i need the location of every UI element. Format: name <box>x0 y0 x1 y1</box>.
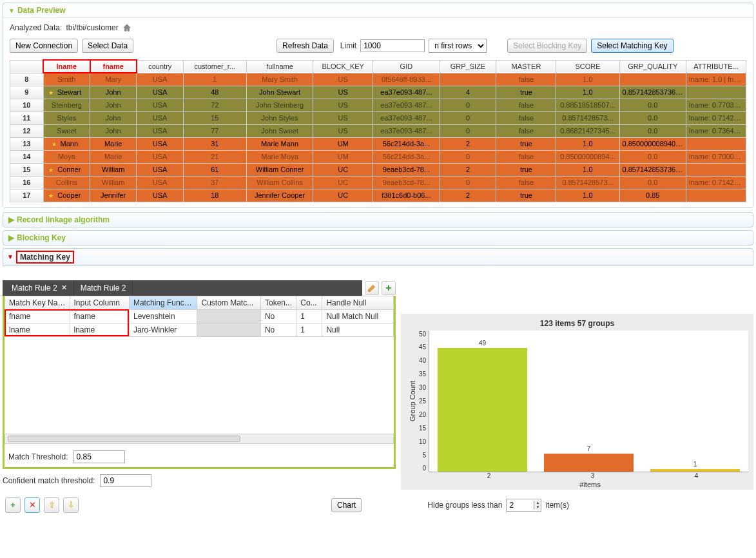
confident-threshold-input[interactable] <box>100 474 151 487</box>
confident-threshold-label: Confident match threshold: <box>3 476 95 485</box>
select-matching-key-button[interactable]: Select Matching Key <box>591 39 673 53</box>
record-linkage-header[interactable]: ▶ Record linkage algorithm <box>3 212 753 227</box>
row-number: 8 <box>10 73 44 86</box>
cell: USA <box>137 163 183 176</box>
mk-column-header[interactable]: Custom Matc... <box>197 296 260 309</box>
mk-cell: Null Match Null <box>322 309 394 323</box>
column-header-grp_size[interactable]: GRP_SIZE <box>440 60 496 73</box>
select-data-button[interactable]: Select Data <box>82 39 133 53</box>
table-row[interactable]: 12SweetJohnUSA77John SweetUSea37e093-487… <box>10 124 746 137</box>
mk-column-header[interactable]: Co... <box>296 296 322 309</box>
match-threshold-input[interactable] <box>73 450 125 463</box>
column-header-customer_r[interactable]: customer_r... <box>183 60 246 73</box>
move-down-button[interactable]: ⇩ <box>63 497 79 513</box>
column-header-block_key[interactable]: BLOCK_KEY <box>313 60 373 73</box>
horizontal-scrollbar[interactable] <box>5 434 394 444</box>
cell: false <box>496 73 556 86</box>
tab-match-rule-2-b[interactable]: Match Rule 2 <box>74 281 133 295</box>
move-up-button[interactable]: ⇧ <box>44 497 59 513</box>
analyzed-path: tbi/tbi/customer <box>66 23 118 32</box>
tab-match-rule-2-a[interactable]: Match Rule 2 ✕ <box>5 281 74 295</box>
x-tick: 3 <box>541 472 645 479</box>
cell: 9eaeb3cd-78... <box>373 176 440 189</box>
column-header-grp_quality[interactable]: GRP_QUALITY <box>619 60 686 73</box>
column-header-lname[interactable]: lname <box>43 60 90 73</box>
edit-rule-button[interactable] <box>365 281 379 295</box>
cell: 1 <box>183 73 246 86</box>
new-connection-button[interactable]: New Connection <box>10 39 78 53</box>
hide-groups-input[interactable] <box>507 499 534 511</box>
cell: 56c214dd-3a... <box>373 150 440 163</box>
cell: 1.0 <box>556 189 619 202</box>
cell: 0 <box>440 99 496 111</box>
table-row[interactable]: 10SteinbergJohnUSA72John SteinbergUSea37… <box>10 99 746 111</box>
cell <box>440 73 496 86</box>
chart-plot: 4971 <box>429 331 748 472</box>
close-icon[interactable]: ✕ <box>61 284 67 292</box>
match-key-table[interactable]: Match Key NameInput ColumnMatching Funct… <box>5 296 394 337</box>
column-header-score[interactable]: SCORE <box>556 60 619 73</box>
table-row[interactable]: 9★StewartJohnUSA48John StewartUSea37e093… <box>10 86 746 99</box>
mk-column-header[interactable]: Token... <box>260 296 296 309</box>
column-header-fname[interactable]: fname <box>90 60 137 73</box>
cell: John <box>90 99 137 111</box>
cell: US <box>313 86 373 99</box>
mk-cell <box>197 323 260 336</box>
data-preview-title: Data Preview <box>17 6 66 15</box>
table-row[interactable]: 14MoyaMarieUSA21Marie MoyaUM56c214dd-3a.… <box>10 150 746 163</box>
add-button[interactable]: + <box>5 497 21 513</box>
tab-label: Match Rule 2 <box>12 284 57 293</box>
data-grid[interactable]: lnamefnamecountrycustomer_r...fullnameBL… <box>10 59 746 202</box>
cell: ea37e093-487... <box>373 99 440 111</box>
data-preview-header[interactable]: ▼ Data Preview <box>3 3 753 17</box>
table-row[interactable]: 17★CooperJenniferUSA18Jennifer CooperUCf… <box>10 189 746 202</box>
mk-row[interactable]: fnamefnameLevenshteinNo1Null Match Null <box>5 309 394 323</box>
mk-row[interactable]: lnamelnameJaro-WinklerNo1Null <box>5 323 394 336</box>
table-row[interactable]: 11StylesJohnUSA15John StylesUSea37e093-4… <box>10 111 746 124</box>
add-rule-button[interactable]: + <box>382 281 396 295</box>
mk-column-header[interactable]: Handle Null <box>322 296 394 309</box>
mk-column-header[interactable]: Matching Functi... <box>129 296 197 309</box>
analyzed-data-row: Analyzed Data:tbi/tbi/customer <box>10 23 746 32</box>
spinner-down-icon[interactable]: ▼ <box>534 505 541 510</box>
row-number: 10 <box>10 99 44 111</box>
chart-button[interactable]: Chart <box>331 498 362 512</box>
y-axis-ticks: 50454035302520151050 <box>419 331 429 472</box>
rownum-header[interactable] <box>10 60 44 73</box>
table-row[interactable]: 16CollinsWilliamUSA37William CollinsUC9e… <box>10 176 746 189</box>
y-tick: 5 <box>419 452 426 459</box>
refresh-data-button[interactable]: Refresh Data <box>276 39 334 53</box>
data-preview-panel: ▼ Data Preview Analyzed Data:tbi/tbi/cus… <box>3 3 753 208</box>
row-number: 9 <box>10 86 44 99</box>
table-row[interactable]: 15★ConnerWilliamUSA61William ConnerUC9ea… <box>10 163 746 176</box>
column-header-gid[interactable]: GID <box>373 60 440 73</box>
cell: Sweet <box>43 124 90 137</box>
select-blocking-key-button[interactable]: Select Blocking Key <box>507 39 587 53</box>
column-header-master[interactable]: MASTER <box>496 60 556 73</box>
cell: 1.0 <box>556 163 619 176</box>
mk-column-header[interactable]: Match Key Name <box>5 296 70 309</box>
cell: 0.86821427345... <box>556 124 619 137</box>
mk-column-header[interactable]: Input Column <box>70 296 129 309</box>
home-icon[interactable] <box>122 23 131 32</box>
blocking-key-header[interactable]: ▶ Blocking Key <box>3 230 753 245</box>
cell: 0.8571428537368... <box>619 86 686 99</box>
spinner-up-icon[interactable]: ▲ <box>534 501 541 505</box>
delete-button[interactable]: ✕ <box>24 497 40 513</box>
table-row[interactable]: 13★MannMarieUSA31Marie MannUM56c214dd-3a… <box>10 137 746 150</box>
cell: true <box>496 86 556 99</box>
limit-input[interactable] <box>360 39 425 52</box>
cell: 0.0 <box>619 99 686 111</box>
matching-key-header[interactable]: ▼ Matching Key <box>3 248 753 266</box>
rows-mode-select[interactable]: n first rows <box>429 39 487 53</box>
cell <box>686 137 746 150</box>
y-tick: 10 <box>419 438 426 445</box>
cell: 1.0 <box>556 73 619 86</box>
column-header-country[interactable]: country <box>137 60 183 73</box>
master-star-icon: ★ <box>52 141 57 148</box>
column-header-attribute[interactable]: ATTRIBUTE... <box>686 60 746 73</box>
table-row[interactable]: 8SmithMaryUSA1Mary SmithUS0f5646ff-8933.… <box>10 73 746 86</box>
hide-groups-spinner[interactable]: ▲▼ <box>506 499 541 512</box>
cell <box>686 163 746 176</box>
column-header-fullname[interactable]: fullname <box>246 60 313 73</box>
